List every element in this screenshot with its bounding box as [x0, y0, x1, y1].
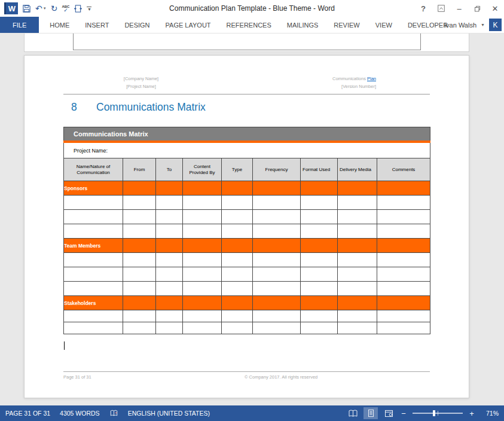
- word-logo-icon[interactable]: W: [4, 2, 18, 14]
- table-cell[interactable]: [64, 224, 123, 239]
- table-cell[interactable]: [338, 310, 377, 322]
- table-cell[interactable]: [377, 322, 430, 334]
- undo-dropdown-icon[interactable]: ▼: [43, 4, 47, 13]
- project-name-cell[interactable]: Project Name:: [64, 142, 430, 158]
- table-cell[interactable]: [156, 267, 183, 282]
- ribbon-tab-references[interactable]: REFERENCES: [219, 17, 279, 33]
- ribbon-tab-insert[interactable]: INSERT: [77, 17, 117, 33]
- table-cell[interactable]: [253, 282, 301, 296]
- restore-icon[interactable]: [468, 0, 486, 17]
- table-cell[interactable]: [123, 196, 156, 210]
- section-cell[interactable]: [156, 181, 183, 196]
- table-cell[interactable]: [222, 310, 253, 322]
- table-cell[interactable]: [123, 310, 156, 322]
- ribbon-tab-home[interactable]: HOME: [42, 17, 77, 33]
- table-cell[interactable]: [377, 253, 430, 267]
- redo-icon[interactable]: ↻: [51, 4, 58, 13]
- word-count[interactable]: 4305 WORDS: [60, 410, 100, 417]
- language-indicator[interactable]: ENGLISH (UNITED STATES): [128, 410, 210, 417]
- print-layout-icon[interactable]: [364, 407, 378, 419]
- section-cell[interactable]: [377, 296, 430, 310]
- table-cell[interactable]: [377, 210, 430, 224]
- table-cell[interactable]: [253, 196, 301, 210]
- table-cell[interactable]: [183, 253, 222, 267]
- table-cell[interactable]: [338, 267, 377, 282]
- table-cell[interactable]: [123, 253, 156, 267]
- section-cell[interactable]: [123, 181, 156, 196]
- ribbon-tab-file[interactable]: FILE: [0, 17, 39, 33]
- table-cell[interactable]: [301, 322, 338, 334]
- table-cell[interactable]: [301, 224, 338, 239]
- table-cell[interactable]: [301, 253, 338, 267]
- section-cell[interactable]: [183, 181, 222, 196]
- section-cell[interactable]: [377, 181, 430, 196]
- section-label[interactable]: Sponsors: [64, 181, 123, 196]
- section-cell[interactable]: [156, 296, 183, 310]
- table-cell[interactable]: [183, 282, 222, 296]
- section-cell[interactable]: [253, 181, 301, 196]
- ribbon-tab-mailings[interactable]: MAILINGS: [279, 17, 326, 33]
- table-cell[interactable]: [377, 282, 430, 296]
- table-cell[interactable]: [183, 196, 222, 210]
- previous-page-bottom[interactable]: [24, 33, 469, 52]
- table-cell[interactable]: [183, 210, 222, 224]
- table-cell[interactable]: [64, 267, 123, 282]
- section-cell[interactable]: [301, 239, 338, 253]
- table-cell[interactable]: [301, 210, 338, 224]
- table-cell[interactable]: [183, 224, 222, 239]
- section-cell[interactable]: [156, 239, 183, 253]
- save-icon[interactable]: [22, 4, 31, 13]
- table-cell[interactable]: [156, 282, 183, 296]
- table-cell[interactable]: [222, 253, 253, 267]
- table-cell[interactable]: [338, 196, 377, 210]
- section-cell[interactable]: [377, 239, 430, 253]
- table-cell[interactable]: [123, 224, 156, 239]
- header-doc-title-link[interactable]: Plan: [367, 76, 376, 81]
- section-cell[interactable]: [301, 296, 338, 310]
- read-mode-icon[interactable]: [346, 407, 360, 419]
- help-icon[interactable]: ?: [414, 0, 432, 17]
- table-cell[interactable]: [123, 282, 156, 296]
- zoom-slider-thumb[interactable]: [433, 410, 435, 416]
- ribbon-tab-page-layout[interactable]: PAGE LAYOUT: [158, 17, 219, 33]
- table-cell[interactable]: [338, 322, 377, 334]
- table-cell[interactable]: [64, 322, 123, 334]
- table-cell[interactable]: [253, 253, 301, 267]
- table-cell[interactable]: [253, 310, 301, 322]
- table-cell[interactable]: [222, 322, 253, 334]
- table-cell[interactable]: [123, 210, 156, 224]
- table-cell[interactable]: [253, 267, 301, 282]
- table-cell[interactable]: [156, 224, 183, 239]
- section-cell[interactable]: [338, 296, 377, 310]
- section-cell[interactable]: [222, 296, 253, 310]
- table-cell[interactable]: [64, 210, 123, 224]
- section-cell[interactable]: [222, 181, 253, 196]
- page-indicator[interactable]: PAGE 31 OF 31: [5, 410, 50, 417]
- ribbon-tab-view[interactable]: VIEW: [368, 17, 400, 33]
- touch-mode-icon[interactable]: [74, 4, 83, 13]
- table-cell[interactable]: [338, 224, 377, 239]
- section-label[interactable]: Stakeholders: [64, 296, 123, 310]
- table-cell[interactable]: [156, 253, 183, 267]
- table-cell[interactable]: [156, 310, 183, 322]
- table-cell[interactable]: [123, 267, 156, 282]
- table-cell[interactable]: [253, 224, 301, 239]
- document-page[interactable]: [Company Name] [Project Name] Communicat…: [24, 55, 469, 398]
- table-cell[interactable]: [156, 322, 183, 334]
- table-cell[interactable]: [156, 196, 183, 210]
- ribbon-display-options-icon[interactable]: [432, 0, 450, 17]
- table-cell[interactable]: [183, 267, 222, 282]
- table-cell[interactable]: [64, 196, 123, 210]
- user-account[interactable]: Ivan Walsh ▼ K: [444, 17, 502, 33]
- customize-quick-access-icon[interactable]: ▼: [87, 7, 91, 11]
- table-cell[interactable]: [64, 253, 123, 267]
- table-cell[interactable]: [64, 282, 123, 296]
- section-cell[interactable]: [183, 296, 222, 310]
- zoom-slider[interactable]: [413, 413, 463, 414]
- table-cell[interactable]: [64, 310, 123, 322]
- section-cell[interactable]: [338, 239, 377, 253]
- minimize-icon[interactable]: –: [450, 0, 468, 17]
- undo-icon[interactable]: ↶▼: [35, 4, 47, 13]
- section-cell[interactable]: [222, 239, 253, 253]
- page-header-left[interactable]: [Company Name] [Project Name]: [102, 75, 180, 90]
